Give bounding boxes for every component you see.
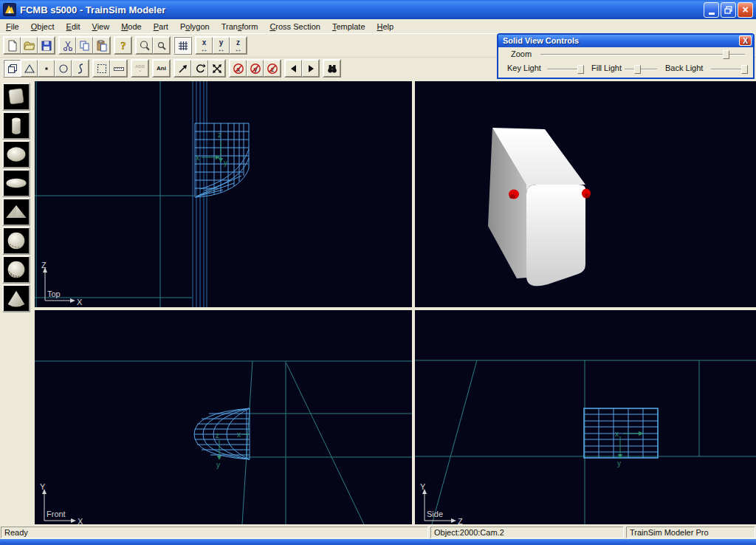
grid-toggle-button[interactable] — [174, 37, 191, 54]
menu-item-view[interactable]: View — [86, 21, 116, 32]
menu-item-edit[interactable]: Edit — [61, 21, 86, 32]
zoom-slider[interactable] — [540, 54, 745, 55]
paste-button[interactable] — [93, 37, 110, 54]
x-axis-arrow-icon: ↔ — [201, 46, 208, 52]
capsule-primitive-icon — [4, 171, 29, 196]
copy-button[interactable] — [76, 37, 93, 54]
zoom-in-button[interactable] — [136, 37, 153, 54]
primitive-cone-button[interactable] — [2, 284, 30, 312]
primitive-ellipsoid-button[interactable] — [2, 140, 30, 168]
minimize-button[interactable] — [704, 2, 719, 18]
svg-text:X: X — [77, 298, 83, 306]
viewport-front[interactable]: z y x Y Front X — [35, 310, 412, 524]
measure-button[interactable] — [110, 60, 127, 77]
cut-button[interactable] — [59, 37, 76, 54]
menu-item-template[interactable]: Template — [326, 21, 371, 32]
menu-item-help[interactable]: Help — [371, 21, 400, 32]
z-axis-button[interactable]: z ↔ — [230, 37, 247, 54]
menu-item-polygon[interactable]: Polygon — [174, 21, 216, 32]
menu-item-transform[interactable]: Transform — [216, 21, 264, 32]
menu-item-mode[interactable]: Mode — [115, 21, 148, 32]
new-file-button[interactable] — [4, 37, 21, 54]
primitive-toolbox — [0, 81, 34, 526]
close-icon: × — [742, 4, 748, 15]
menu-item-part[interactable]: Part — [148, 21, 174, 32]
front-wireframe — [194, 408, 250, 459]
box-primitive-icon — [4, 84, 29, 109]
panel-close-icon: X — [743, 37, 748, 45]
add-dot-icon: ▪ — [139, 69, 140, 73]
lock-x-button[interactable]: x — [230, 60, 247, 77]
move-arrow-icon — [177, 63, 189, 75]
primitive-box-button[interactable] — [2, 83, 30, 111]
fill-light-slider[interactable] — [625, 69, 657, 70]
open-file-button[interactable] — [21, 37, 38, 54]
triangle-mode-button[interactable] — [21, 60, 38, 77]
svg-text:Z: Z — [458, 517, 463, 524]
menu-item-cross-section[interactable]: Cross Section — [264, 21, 326, 32]
side-wireframe — [584, 408, 658, 458]
no-y-icon: y — [250, 63, 261, 75]
primitive-geosphere-button[interactable] — [2, 256, 30, 284]
primitive-capsule-button[interactable] — [2, 169, 30, 197]
y-axis-button[interactable]: y ↔ — [213, 37, 230, 54]
zoom-out-button[interactable] — [153, 37, 170, 54]
horizontal-splitter[interactable] — [35, 307, 756, 310]
save-button[interactable] — [38, 37, 55, 54]
menu-item-object[interactable]: Object — [25, 21, 61, 32]
primitive-prism-button[interactable] — [2, 198, 30, 226]
taskbar-edge — [0, 539, 756, 545]
lock-z-button[interactable]: z — [264, 60, 281, 77]
back-light-thumb[interactable] — [741, 65, 748, 74]
sphere-primitive-icon — [4, 228, 29, 253]
next-button[interactable] — [302, 60, 319, 77]
solid-model — [488, 128, 591, 286]
box-mode-button[interactable] — [4, 60, 21, 77]
key-light-slider[interactable] — [547, 69, 581, 70]
circle-icon — [58, 63, 69, 75]
side-origin-marker: x y — [615, 430, 644, 467]
status-object-info: Object:2000:Cam.2 — [430, 527, 624, 538]
previous-button[interactable] — [285, 60, 302, 77]
viewport-perspective[interactable] — [415, 81, 756, 307]
scale-tool-button[interactable] — [208, 60, 225, 77]
viewport-side[interactable]: x y Y Side Z — [415, 310, 756, 524]
prev-arrow-icon — [288, 63, 300, 75]
fill-light-thumb[interactable] — [634, 65, 641, 74]
key-light-thumb[interactable] — [577, 65, 584, 74]
help-button[interactable]: ? — [114, 37, 131, 54]
viewport-front-label: Front — [47, 510, 66, 518]
rotate-tool-button[interactable] — [191, 60, 208, 77]
magnifier-icon — [139, 40, 151, 52]
zoom-slider-thumb[interactable] — [723, 50, 729, 59]
move-tool-button[interactable] — [174, 60, 191, 77]
animation-button[interactable]: Ani — [153, 60, 170, 77]
select-rect-button[interactable] — [93, 60, 110, 77]
next-arrow-icon — [305, 63, 317, 75]
svg-text:Y: Y — [40, 482, 46, 491]
point-icon — [41, 63, 52, 75]
find-button[interactable] — [323, 60, 340, 77]
circle-mode-button[interactable] — [55, 60, 72, 77]
solid-view-controls-titlebar[interactable]: Solid View Controls X — [498, 35, 753, 47]
solid-view-controls-panel: Solid View Controls X Zoom Key Light Fil… — [497, 33, 755, 79]
panel-close-button[interactable]: X — [739, 35, 752, 46]
menu-item-file[interactable]: File — [0, 21, 25, 32]
svg-text:X: X — [78, 517, 83, 524]
grid-icon — [177, 40, 189, 52]
point-mode-button[interactable] — [38, 60, 55, 77]
x-axis-button[interactable]: x ↔ — [196, 37, 213, 54]
close-button[interactable]: × — [738, 2, 753, 18]
primitive-sphere-button[interactable] — [2, 227, 30, 255]
lock-y-button[interactable]: y — [247, 60, 264, 77]
main-area: z x y Z Top X — [0, 79, 756, 526]
vertical-splitter[interactable] — [412, 81, 415, 524]
svg-text:x: x — [196, 154, 199, 162]
primitive-cylinder-button[interactable] — [2, 112, 30, 140]
back-light-slider[interactable] — [711, 69, 745, 70]
spline-mode-button[interactable] — [72, 60, 89, 77]
cylinder-primitive-icon — [4, 113, 29, 138]
titlebar[interactable]: FCMB s5000 - TrainSim Modeler × — [0, 0, 756, 19]
viewport-top[interactable]: z x y Z Top X — [35, 81, 412, 307]
restore-button[interactable] — [721, 2, 736, 18]
